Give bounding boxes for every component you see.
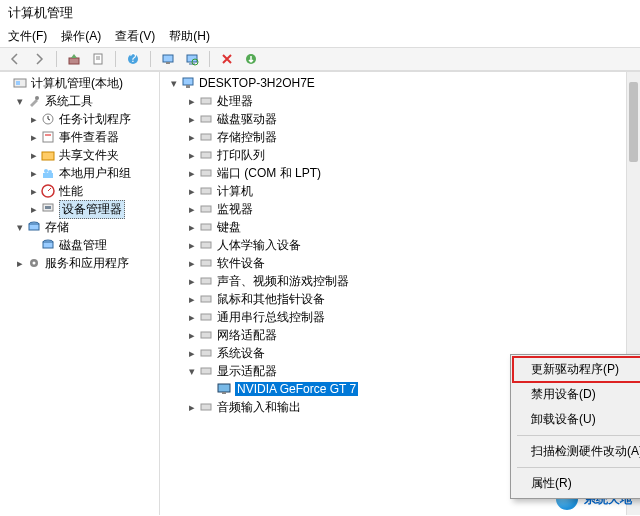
svg-rect-46 bbox=[201, 350, 211, 356]
menu-bar: 文件(F) 操作(A) 查看(V) 帮助(H) bbox=[0, 26, 640, 47]
menu-help[interactable]: 帮助(H) bbox=[169, 28, 210, 45]
expander-icon[interactable]: ▸ bbox=[28, 131, 40, 144]
svg-text:?: ? bbox=[130, 52, 137, 65]
perf-icon bbox=[40, 183, 56, 199]
svg-rect-37 bbox=[201, 188, 211, 194]
sched-icon bbox=[40, 111, 56, 127]
nav-storage[interactable]: ▾存储 bbox=[0, 218, 159, 236]
expander-icon[interactable]: ▸ bbox=[186, 131, 198, 144]
svg-rect-34 bbox=[201, 134, 211, 140]
expander-icon[interactable]: ▸ bbox=[186, 329, 198, 342]
menu-view[interactable]: 查看(V) bbox=[115, 28, 155, 45]
expander-icon[interactable]: ▸ bbox=[186, 275, 198, 288]
forward-icon[interactable] bbox=[30, 50, 48, 68]
svg-rect-42 bbox=[201, 278, 211, 284]
expander-icon[interactable]: ▾ bbox=[14, 221, 26, 234]
svg-rect-44 bbox=[201, 314, 211, 320]
svg-rect-7 bbox=[166, 62, 170, 64]
expander-icon[interactable]: ▸ bbox=[186, 347, 198, 360]
dev-icon bbox=[198, 327, 214, 343]
device-category[interactable]: ▸通用串行总线控制器 bbox=[160, 308, 640, 326]
expander-icon[interactable]: ▸ bbox=[28, 185, 40, 198]
back-icon[interactable] bbox=[6, 50, 24, 68]
dev-icon bbox=[198, 201, 214, 217]
context-item-3[interactable]: 扫描检测硬件改动(A) bbox=[513, 439, 640, 464]
device-category[interactable]: ▸存储控制器 bbox=[160, 128, 640, 146]
expander-icon[interactable]: ▸ bbox=[186, 257, 198, 270]
svg-rect-27 bbox=[43, 242, 53, 248]
expander-icon[interactable]: ▸ bbox=[28, 167, 40, 180]
svg-rect-50 bbox=[201, 404, 211, 410]
dev-icon bbox=[198, 273, 214, 289]
dev-icon bbox=[198, 363, 214, 379]
device-category[interactable]: ▸端口 (COM 和 LPT) bbox=[160, 164, 640, 182]
device-category[interactable]: ▸磁盘驱动器 bbox=[160, 110, 640, 128]
context-item-0[interactable]: 更新驱动程序(P) bbox=[513, 357, 640, 382]
scan-icon[interactable] bbox=[183, 50, 201, 68]
expander-icon[interactable]: ▾ bbox=[168, 77, 180, 90]
menu-file[interactable]: 文件(F) bbox=[8, 28, 47, 45]
svg-rect-35 bbox=[201, 152, 211, 158]
expander-icon[interactable]: ▸ bbox=[28, 149, 40, 162]
go-icon[interactable] bbox=[242, 50, 260, 68]
dev-icon bbox=[198, 219, 214, 235]
mgmt-icon bbox=[12, 75, 28, 91]
expander-icon[interactable]: ▾ bbox=[14, 95, 26, 108]
nav-3[interactable]: ▸本地用户和组 bbox=[0, 164, 159, 182]
expander-icon[interactable]: ▸ bbox=[186, 401, 198, 414]
expander-icon[interactable]: ▸ bbox=[14, 257, 26, 270]
nav-2[interactable]: ▸共享文件夹 bbox=[0, 146, 159, 164]
device-category[interactable]: ▸人体学输入设备 bbox=[160, 236, 640, 254]
properties-icon[interactable] bbox=[89, 50, 107, 68]
expander-icon[interactable]: ▸ bbox=[186, 221, 198, 234]
dev-icon bbox=[198, 399, 214, 415]
dev-icon bbox=[198, 129, 214, 145]
expander-icon[interactable]: ▸ bbox=[186, 239, 198, 252]
context-item-4[interactable]: 属性(R) bbox=[513, 471, 640, 496]
up-icon[interactable] bbox=[65, 50, 83, 68]
users-icon bbox=[40, 165, 56, 181]
dev-icon bbox=[198, 93, 214, 109]
expander-icon[interactable]: ▸ bbox=[28, 203, 40, 216]
svg-point-29 bbox=[33, 262, 36, 265]
devmgr-icon bbox=[40, 201, 56, 217]
device-category[interactable]: ▸监视器 bbox=[160, 200, 640, 218]
expander-icon[interactable]: ▸ bbox=[186, 167, 198, 180]
device-category[interactable]: ▸键盘 bbox=[160, 218, 640, 236]
device-category[interactable]: ▸计算机 bbox=[160, 182, 640, 200]
nav-4[interactable]: ▸性能 bbox=[0, 182, 159, 200]
expander-icon[interactable]: ▾ bbox=[186, 365, 198, 378]
delete-icon[interactable] bbox=[218, 50, 236, 68]
device-category[interactable]: ▸网络适配器 bbox=[160, 326, 640, 344]
nav-system-tools[interactable]: ▾系统工具 bbox=[0, 92, 159, 110]
expander-icon[interactable]: ▸ bbox=[186, 203, 198, 216]
nav-1[interactable]: ▸事件查看器 bbox=[0, 128, 159, 146]
device-category[interactable]: ▸打印队列 bbox=[160, 146, 640, 164]
device-category[interactable]: ▸声音、视频和游戏控制器 bbox=[160, 272, 640, 290]
expander-icon[interactable]: ▸ bbox=[186, 293, 198, 306]
nav-disk[interactable]: 磁盘管理 bbox=[0, 236, 159, 254]
expander-icon[interactable]: ▸ bbox=[186, 113, 198, 126]
device-category[interactable]: ▸处理器 bbox=[160, 92, 640, 110]
device-root[interactable]: ▾DESKTOP-3H2OH7E bbox=[160, 74, 640, 92]
help-icon[interactable]: ? bbox=[124, 50, 142, 68]
nav-services[interactable]: ▸服务和应用程序 bbox=[0, 254, 159, 272]
device-category[interactable]: ▸软件设备 bbox=[160, 254, 640, 272]
dev-icon bbox=[198, 291, 214, 307]
expander-icon[interactable]: ▸ bbox=[186, 185, 198, 198]
context-item-1[interactable]: 禁用设备(D) bbox=[513, 382, 640, 407]
nav-0[interactable]: ▸任务计划程序 bbox=[0, 110, 159, 128]
nav-5[interactable]: ▸设备管理器 bbox=[0, 200, 159, 218]
svg-rect-17 bbox=[42, 152, 54, 160]
svg-rect-49 bbox=[222, 392, 226, 394]
device-category[interactable]: ▸鼠标和其他指针设备 bbox=[160, 290, 640, 308]
monitor-icon[interactable] bbox=[159, 50, 177, 68]
nav-root[interactable]: 计算机管理(本地) bbox=[0, 74, 159, 92]
context-item-2[interactable]: 卸载设备(U) bbox=[513, 407, 640, 432]
menu-action[interactable]: 操作(A) bbox=[61, 28, 101, 45]
expander-icon[interactable]: ▸ bbox=[186, 149, 198, 162]
expander-icon[interactable]: ▸ bbox=[28, 113, 40, 126]
expander-icon[interactable]: ▸ bbox=[186, 95, 198, 108]
dev-icon bbox=[198, 237, 214, 253]
expander-icon[interactable]: ▸ bbox=[186, 311, 198, 324]
